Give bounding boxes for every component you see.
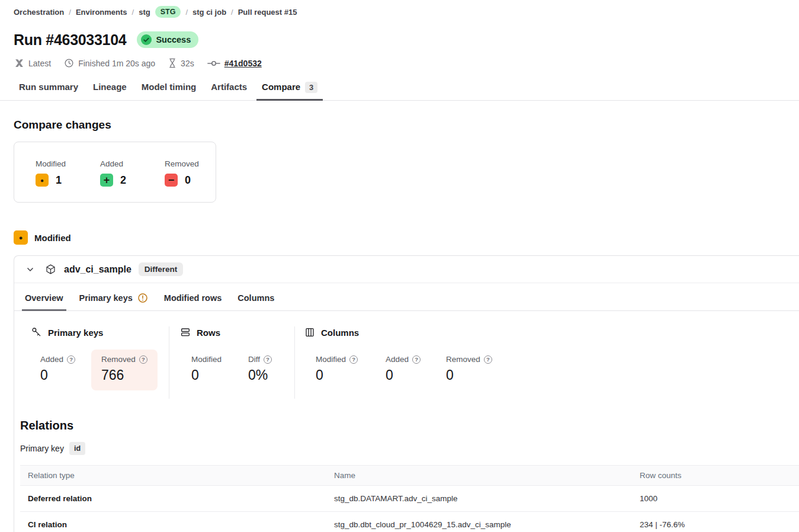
tab-label: Run summary [19,81,78,93]
commit-icon [207,59,220,68]
breadcrumb-pull-request[interactable]: Pull request #15 [238,8,297,17]
columns-icon [304,327,315,338]
stat-label: Modified [316,355,346,364]
tab-compare[interactable]: Compare 3 [256,81,323,100]
tab-primary-keys[interactable]: Primary keys [76,292,151,310]
collapse-button[interactable] [24,264,36,275]
help-icon[interactable]: ? [139,355,147,364]
stat-label: Modified [191,355,222,364]
chevron-down-icon [25,265,35,274]
rows-stat-group: Rows Modified 0 Diff ? 0% [169,326,295,399]
stat-group-title: Rows [197,328,220,338]
columns-modified-stat: Modified ? 0 [316,350,362,388]
modified-label: Modified [36,159,86,168]
primary-key-line: Primary key id [20,442,799,455]
modified-icon: ● [36,174,49,187]
primary-key-label: Primary key [20,444,64,453]
removed-count: 0 [185,174,191,187]
breadcrumb-separator: / [231,8,233,17]
tab-label: Overview [25,292,63,304]
tab-label: Artifacts [211,81,247,93]
primary-keys-stat-group: Primary keys Added ? 0 Removed ? 766 [14,326,169,399]
added-label: Added [100,159,151,168]
modified-section-header: ● Modified [14,230,799,245]
run-tabs: Run summary Lineage Model timing Artifac… [0,81,799,101]
breadcrumb-job[interactable]: stg ci job [192,8,226,17]
columns-removed-stat: Removed ? 0 [446,350,492,388]
breadcrumb-separator: / [132,8,134,17]
help-icon[interactable]: ? [67,355,75,364]
duration-label: 32s [181,59,194,68]
added-icon: + [100,174,113,187]
compare-count-badge: 3 [305,82,317,93]
removed-summary: Removed − 0 [165,159,216,202]
tab-model-timing[interactable]: Model timing [136,81,202,100]
rows-icon [180,327,191,338]
tab-columns[interactable]: Columns [235,292,277,310]
clock-icon [64,58,74,68]
tab-label: Compare [262,81,300,93]
stat-label: Removed [446,355,480,364]
latest-label: Latest [28,59,51,68]
row-counts-cell: 234 | -76.6% [632,512,799,532]
check-circle-icon [141,34,152,45]
breadcrumb-orchestration[interactable]: Orchestration [14,8,64,17]
breadcrumb-separator: / [69,8,71,17]
dbt-latest-icon [14,58,24,68]
tab-run-summary[interactable]: Run summary [14,81,84,100]
tab-artifacts[interactable]: Artifacts [206,81,252,100]
duration: 32s [168,58,194,68]
primary-key-badge: id [69,442,85,455]
added-count: 2 [120,174,126,187]
help-icon[interactable]: ? [484,355,492,364]
stat-value: 0% [248,367,272,383]
run-meta: Latest Finished 1m 20s ago 32s #41d0532 [14,57,799,69]
row-counts-cell: 1000 [632,486,799,512]
removed-icon: − [165,174,178,187]
page-title: Run #463033104 [14,31,126,49]
modified-section-icon: ● [14,230,28,245]
table-row-ci-relation: CI relation stg_db.dbt_cloud_pr_1004629_… [20,512,799,532]
tab-overview[interactable]: Overview [22,292,66,310]
help-icon[interactable]: ? [349,355,358,364]
status-label: Success [156,35,191,44]
stat-group-title: Columns [321,328,359,338]
model-panel-header: adv_ci_sample Different [14,256,799,283]
tab-lineage[interactable]: Lineage [88,81,132,100]
modified-summary: Modified ● 1 [36,159,86,202]
stat-label: Added [386,355,409,364]
breadcrumb-environments[interactable]: Environments [76,8,127,17]
hourglass-icon [168,58,177,68]
finished-label: Finished 1m 20s ago [78,59,155,68]
table-row-deferred-relation: Deferred relation stg_db.DATAMART.adv_ci… [20,486,799,512]
commit-link[interactable]: #41d0532 [224,59,262,68]
stat-value: 766 [101,367,147,383]
key-icon [31,327,42,338]
breadcrumb-separator: / [185,8,188,17]
tab-modified-rows[interactable]: Modified rows [161,292,224,310]
relation-type-cell: CI relation [20,512,326,532]
tab-label: Primary keys [79,292,133,304]
model-tabs: Overview Primary keys Modified rows Colu… [14,283,799,311]
status-badge: Success [137,31,198,48]
relations-table-header: Relation type Name Row counts [20,466,799,486]
latest-indicator: Latest [14,58,51,68]
help-icon[interactable]: ? [264,355,272,364]
relations-heading: Relations [20,419,799,432]
stat-value: 0 [386,367,422,383]
breadcrumb: Orchestration / Environments / stg STG /… [0,0,799,18]
stat-group-title: Primary keys [48,328,103,338]
breadcrumb-environment-stg[interactable]: stg [139,8,150,17]
column-header-relation-type: Relation type [20,466,326,486]
modified-section-label: Modified [34,233,71,243]
compare-changes-heading: Compare changes [14,118,799,132]
column-header-row-counts: Row counts [632,466,799,486]
model-cube-icon [45,264,56,275]
stat-value: 0 [316,367,362,383]
tab-label: Columns [238,292,274,304]
help-icon[interactable]: ? [412,355,421,364]
rows-modified-stat: Modified 0 [191,350,224,388]
overview-stats: Primary keys Added ? 0 Removed ? 766 [14,326,799,399]
rows-diff-stat: Diff ? 0% [248,350,272,388]
commit: #41d0532 [207,59,262,68]
